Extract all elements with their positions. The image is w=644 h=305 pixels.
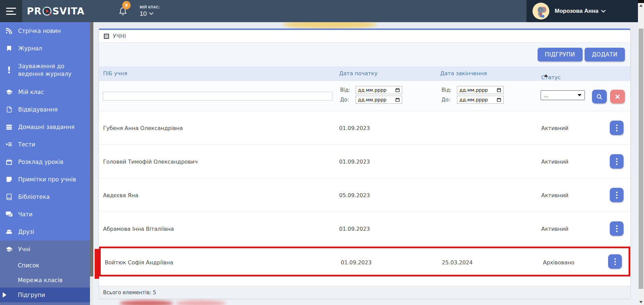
student-name: Войтюк Софія Андріївна: [105, 259, 173, 266]
sidebar-item-student-notes[interactable]: Примітки про учнів: [0, 171, 90, 188]
table-body: Губеня Анна Олександрівна 01.09.2023 Акт…: [99, 111, 630, 276]
avatar: [533, 3, 549, 19]
column-header-end-date[interactable]: Дата закінчення: [440, 70, 487, 77]
sidebar-item-my-class[interactable]: Мій клас: [0, 83, 90, 101]
sidebar-item-tests[interactable]: Тести: [0, 136, 90, 153]
sidebar-item-students[interactable]: Учні: [0, 241, 90, 258]
sidebar-subitem-label: Мережа класів: [18, 277, 62, 284]
table-row[interactable]: Головей Тимофій Олександрович 01.09.2023…: [99, 145, 630, 178]
logo-text-post: SVITA: [52, 6, 85, 17]
sidebar-section-students: Учні Список Мережа класів Підгрупи: [0, 241, 90, 305]
note-icon: [5, 176, 13, 183]
hamburger-menu-button[interactable]: [0, 0, 22, 22]
user-menu[interactable]: Морозова Анна: [526, 0, 638, 22]
sidebar-subitem-list[interactable]: Список: [0, 258, 90, 273]
toolbar: ПІДГРУПИ ДОДАТИ: [99, 43, 630, 66]
sidebar-scrollbar-thumb[interactable]: [90, 22, 93, 276]
scroll-up-arrow[interactable]: [639, 4, 643, 7]
start-date-to-input[interactable]: дд.мм.рррр: [356, 96, 402, 104]
sidebar-subitem-label: Підгрупи: [18, 292, 45, 298]
sidebar-item-journal-remarks[interactable]: ! Зауваження до ведення журналу: [0, 57, 90, 83]
scroll-down-arrow[interactable]: [639, 301, 643, 303]
sidebar-item-label: Чати: [18, 211, 33, 218]
top-header: PR SVITA 9 МІЙ КЛАС: 10: [0, 0, 638, 22]
table-row[interactable]: Абрамова Інна Віталіївна 01.09.2023 Акти…: [99, 212, 630, 246]
status-value: Активний: [541, 226, 568, 232]
sidebar-subitem-class-network[interactable]: Мережа класів: [0, 273, 90, 288]
to-label: До:: [442, 97, 454, 103]
table-icon: [103, 33, 109, 39]
close-icon: [615, 94, 620, 99]
sidebar-item-friends[interactable]: Друзі: [0, 223, 90, 241]
sidebar: Стрічка новин Журнал ! Зауваження до вед…: [0, 22, 90, 305]
sidebar-item-attendance[interactable]: Відвідування: [0, 101, 90, 118]
row-actions-button[interactable]: [608, 254, 622, 269]
table-footer: Всього елементів: 5: [99, 286, 630, 299]
name-filter-input[interactable]: [103, 92, 333, 100]
end-date-to-input[interactable]: дд.мм.рррр: [457, 96, 504, 104]
clear-filters-button[interactable]: [610, 90, 625, 103]
subgroups-button[interactable]: ПІДГРУПИ: [538, 48, 583, 61]
status-value: Архівовано: [543, 259, 574, 266]
from-label: Від:: [442, 87, 454, 93]
main-content: УЧНІ ПІДГРУПИ ДОДАТИ ПІБ учня Дата почат…: [93, 22, 638, 305]
notifications-button[interactable]: 9: [118, 6, 128, 17]
logo-play-icon: [42, 6, 52, 16]
end-date-filter-group: Від: дд.мм.рррр До: дд.мм.рррр: [442, 86, 504, 104]
sidebar-scrollbar[interactable]: [90, 22, 93, 305]
start-date: 01.09.2023: [339, 159, 370, 165]
background-decoration: [176, 300, 226, 305]
student-name: Авдєєва Яна: [103, 192, 138, 199]
sidebar-item-label: Бібліотека: [18, 193, 50, 201]
sidebar-item-label: Розклад уроків: [18, 158, 63, 166]
rss-icon: [5, 27, 13, 35]
highlight-frame-extension: [95, 249, 99, 279]
sidebar-subitem-subgroups[interactable]: Підгрупи: [0, 288, 90, 302]
row-actions-button[interactable]: [610, 121, 624, 135]
start-date-from-input[interactable]: дд.мм.рррр: [356, 86, 402, 94]
sidebar-item-label: Примітки про учнів: [18, 176, 76, 183]
book-icon: [5, 193, 13, 200]
sidebar-item-label: Домашні завдання: [18, 123, 75, 131]
calendar-icon: [497, 88, 501, 92]
sidebar-item-news-feed[interactable]: Стрічка новин: [0, 22, 90, 40]
page-scrollbar[interactable]: [638, 0, 644, 305]
status-value: Активний: [541, 192, 568, 199]
column-header-start-date[interactable]: Дата початку: [339, 70, 377, 77]
status-filter-select[interactable]: ...: [541, 90, 585, 100]
row-actions-button[interactable]: [610, 188, 624, 202]
users-icon: [5, 229, 13, 235]
background-decoration: [120, 300, 173, 305]
scrollbar-thumb[interactable]: [639, 29, 643, 289]
graduation-cap-icon: [5, 89, 13, 95]
sidebar-item-library[interactable]: Бібліотека: [0, 188, 90, 206]
row-actions-button[interactable]: [610, 221, 624, 236]
logo-text-pre: PR: [27, 6, 42, 17]
start-date-filter-group: Від: дд.мм.рррр До: дд.мм.рррр: [340, 86, 402, 104]
status-value: Активний: [541, 125, 568, 131]
scrollbar-top-cap: [638, 0, 644, 3]
add-button[interactable]: ДОДАТИ: [585, 48, 625, 61]
search-button[interactable]: [592, 90, 607, 103]
chevron-down-icon: [578, 94, 582, 96]
sidebar-item-schedule[interactable]: Розклад уроків: [0, 153, 90, 171]
sidebar-item-journal[interactable]: Журнал: [0, 40, 90, 57]
sidebar-item-label: Зауваження до ведення журналу: [18, 62, 89, 78]
sidebar-item-label: Друзі: [18, 228, 34, 236]
table-row[interactable]: Губеня Анна Олександрівна 01.09.2023 Акт…: [99, 111, 630, 145]
column-header-name[interactable]: ПІБ учня: [103, 70, 127, 77]
calendar-icon: [395, 88, 400, 92]
end-date-from-input[interactable]: дд.мм.рррр: [457, 86, 504, 94]
user-name: Морозова Анна: [555, 8, 598, 14]
sidebar-subitem-label: Список: [18, 262, 39, 269]
start-date: 05.09.2023: [339, 192, 370, 199]
list-icon: [5, 124, 13, 130]
sidebar-item-chats[interactable]: Чати: [0, 206, 90, 223]
my-class-selector[interactable]: МІЙ КЛАС: 10: [140, 5, 160, 17]
table-row-highlighted[interactable]: Войтюк Софія Андріївна 01.09.2023 25.03.…: [99, 247, 630, 276]
row-actions-button[interactable]: [610, 154, 624, 169]
card-title-row: УЧНІ: [99, 30, 630, 43]
sidebar-item-homework[interactable]: Домашні завдання: [0, 118, 90, 136]
table-row[interactable]: Авдєєва Яна 05.09.2023 Активний: [99, 178, 630, 212]
students-card: УЧНІ ПІДГРУПИ ДОДАТИ ПІБ учня Дата почат…: [99, 29, 630, 299]
